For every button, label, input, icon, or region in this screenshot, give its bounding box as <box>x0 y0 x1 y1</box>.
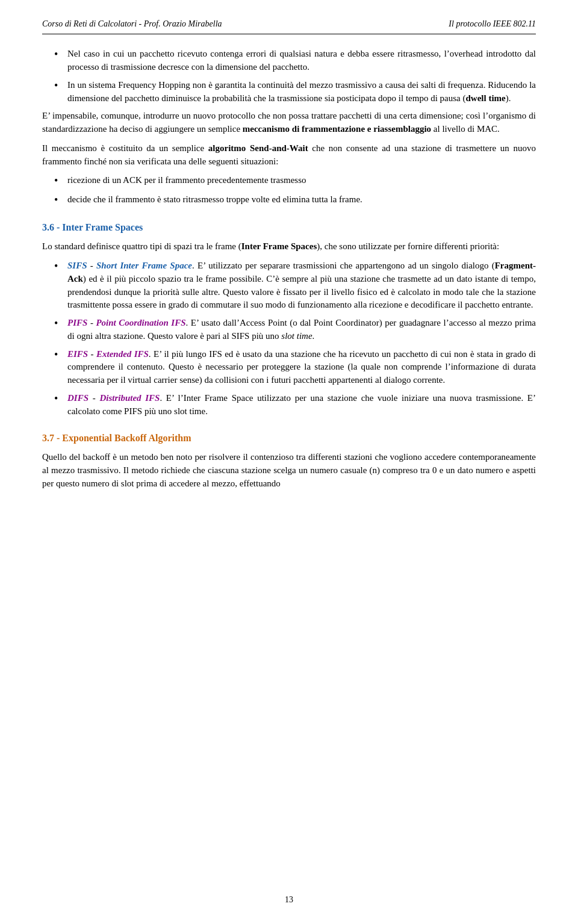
bullet-text-2: In un sistema Frequency Hopping non è ga… <box>67 79 536 105</box>
bullet-text-1: Nel caso in cui un pacchetto ricevuto co… <box>67 48 536 74</box>
page-header: Corso di Reti di Calcolatori - Prof. Ora… <box>42 18 536 34</box>
bullet-icon: • <box>54 174 65 188</box>
list-item-difs: • DIFS - Distributed IFS. E’ l’Inter Fra… <box>42 392 536 418</box>
section-37-paragraph: Quello del backoff è un metodo ben noto … <box>42 451 536 490</box>
main-content: • Nel caso in cui un pacchetto ricevuto … <box>42 48 536 490</box>
bullet-icon: • <box>54 259 65 273</box>
list-item: • Nel caso in cui un pacchetto ricevuto … <box>42 48 536 74</box>
bullet-icon: • <box>54 79 65 93</box>
page-footer: 13 <box>0 894 578 906</box>
list-item-eifs: • EIFS - Extended IFS. E’ il più lungo I… <box>42 348 536 387</box>
section-37-heading: 3.7 - Exponential Backoff Algorithm <box>42 431 536 445</box>
list-item: • In un sistema Frequency Hopping non è … <box>42 79 536 105</box>
list-item: • decide che il frammento è stato ritras… <box>42 193 536 207</box>
page-number: 13 <box>285 895 293 904</box>
sub-bullet-2: decide che il frammento è stato ritrasme… <box>67 193 536 206</box>
difs-text: DIFS - Distributed IFS. E’ l’Inter Frame… <box>67 392 536 418</box>
list-item: • ricezione di un ACK per il frammento p… <box>42 174 536 188</box>
paragraph-fragmentation: E’ impensabile, comunque, introdurre un … <box>42 110 536 136</box>
header-right: Il protocollo IEEE 802.11 <box>449 18 536 30</box>
sub-bullet-1: ricezione di un ACK per il frammento pre… <box>67 174 536 187</box>
section-36-heading: 3.6 - Inter Frame Spaces <box>42 220 536 234</box>
page: Corso di Reti di Calcolatori - Prof. Ora… <box>0 0 578 924</box>
sifs-text: SIFS - Short Inter Frame Space. E’ utili… <box>67 259 536 312</box>
paragraph-send-wait: Il meccanismo è costituito da un semplic… <box>42 142 536 169</box>
bullet-icon: • <box>54 317 65 330</box>
eifs-text: EIFS - Extended IFS. E’ il più lungo IFS… <box>67 348 536 387</box>
section-36-intro: Lo standard definisce quattro tipi di sp… <box>42 240 536 253</box>
pifs-text: PIFS - Point Coordination IFS. E’ usato … <box>67 317 536 343</box>
bullet-icon: • <box>54 48 65 61</box>
bullet-icon: • <box>54 392 65 406</box>
list-item-pifs: • PIFS - Point Coordination IFS. E’ usat… <box>42 317 536 343</box>
bullet-icon: • <box>54 193 65 207</box>
header-left: Corso di Reti di Calcolatori - Prof. Ora… <box>42 18 222 30</box>
list-item-sifs: • SIFS - Short Inter Frame Space. E’ uti… <box>42 259 536 312</box>
bullet-icon: • <box>54 348 65 362</box>
